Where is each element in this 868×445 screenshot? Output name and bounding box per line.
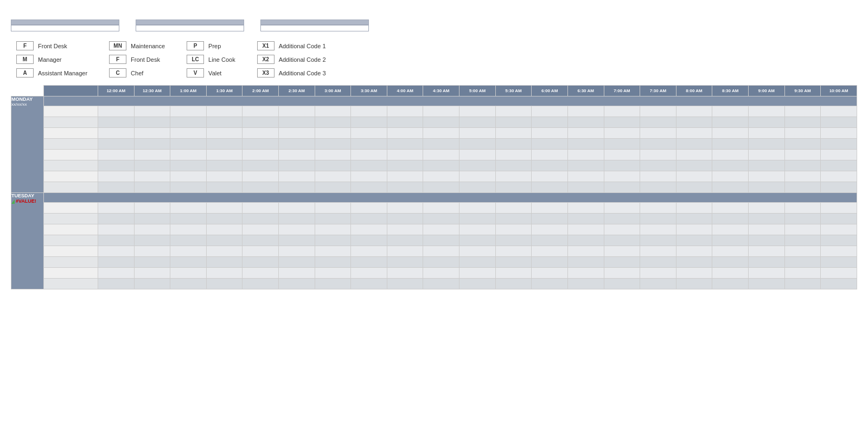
schedule-cell[interactable] [676, 203, 712, 214]
schedule-cell[interactable] [712, 203, 749, 214]
schedule-cell[interactable] [459, 117, 496, 128]
schedule-cell[interactable] [206, 203, 242, 214]
schedule-cell[interactable] [242, 246, 279, 257]
schedule-cell[interactable] [98, 160, 135, 171]
schedule-cell[interactable] [387, 150, 423, 160]
schedule-cell[interactable] [495, 182, 532, 193]
schedule-cell[interactable] [387, 128, 423, 139]
schedule-cell[interactable] [640, 128, 676, 139]
schedule-cell[interactable] [387, 106, 423, 117]
schedule-cell[interactable] [748, 160, 784, 171]
schedule-cell[interactable] [242, 150, 279, 160]
schedule-cell[interactable] [206, 128, 242, 139]
employee-name-cell[interactable] [44, 160, 98, 171]
schedule-cell[interactable] [351, 268, 387, 279]
schedule-cell[interactable] [532, 128, 568, 139]
schedule-cell[interactable] [748, 171, 784, 182]
schedule-cell[interactable] [821, 128, 857, 139]
schedule-cell[interactable] [748, 246, 784, 257]
schedule-cell[interactable] [784, 139, 821, 150]
schedule-cell[interactable] [640, 182, 676, 193]
schedule-cell[interactable] [532, 106, 568, 117]
schedule-cell[interactable] [784, 128, 821, 139]
schedule-cell[interactable] [459, 214, 496, 224]
schedule-cell[interactable] [279, 279, 315, 289]
schedule-cell[interactable] [387, 246, 423, 257]
schedule-cell[interactable] [748, 128, 784, 139]
schedule-cell[interactable] [315, 139, 351, 150]
schedule-cell[interactable] [712, 268, 749, 279]
schedule-cell[interactable] [532, 182, 568, 193]
schedule-cell[interactable] [423, 279, 459, 289]
schedule-cell[interactable] [676, 224, 712, 235]
schedule-cell[interactable] [387, 224, 423, 235]
schedule-cell[interactable] [242, 279, 279, 289]
schedule-cell[interactable] [242, 203, 279, 214]
schedule-cell[interactable] [134, 139, 170, 150]
employee-name-cell[interactable] [44, 268, 98, 279]
schedule-cell[interactable] [206, 160, 242, 171]
schedule-cell[interactable] [459, 235, 496, 246]
schedule-cell[interactable] [604, 279, 640, 289]
schedule-cell[interactable] [206, 224, 242, 235]
schedule-cell[interactable] [242, 117, 279, 128]
schedule-cell[interactable] [459, 268, 496, 279]
schedule-cell[interactable] [315, 160, 351, 171]
employee-name-cell[interactable] [44, 257, 98, 268]
schedule-cell[interactable] [821, 171, 857, 182]
schedule-cell[interactable] [567, 257, 604, 268]
schedule-cell[interactable] [279, 171, 315, 182]
schedule-cell[interactable] [351, 128, 387, 139]
schedule-cell[interactable] [784, 246, 821, 257]
schedule-cell[interactable] [640, 160, 676, 171]
schedule-cell[interactable] [206, 214, 242, 224]
schedule-cell[interactable] [98, 139, 135, 150]
schedule-cell[interactable] [640, 203, 676, 214]
schedule-cell[interactable] [567, 106, 604, 117]
schedule-cell[interactable] [784, 203, 821, 214]
schedule-cell[interactable] [748, 203, 784, 214]
schedule-cell[interactable] [784, 171, 821, 182]
schedule-cell[interactable] [532, 224, 568, 235]
schedule-cell[interactable] [351, 182, 387, 193]
schedule-cell[interactable] [351, 117, 387, 128]
schedule-cell[interactable] [784, 214, 821, 224]
schedule-cell[interactable] [351, 235, 387, 246]
schedule-cell[interactable] [495, 106, 532, 117]
schedule-cell[interactable] [712, 106, 749, 117]
schedule-cell[interactable] [351, 171, 387, 182]
schedule-cell[interactable] [423, 150, 459, 160]
schedule-cell[interactable] [206, 117, 242, 128]
schedule-cell[interactable] [351, 279, 387, 289]
schedule-cell[interactable] [676, 117, 712, 128]
schedule-cell[interactable] [387, 160, 423, 171]
schedule-cell[interactable] [170, 160, 207, 171]
schedule-cell[interactable] [387, 235, 423, 246]
schedule-cell[interactable] [170, 128, 207, 139]
schedule-cell[interactable] [459, 203, 496, 214]
schedule-cell[interactable] [640, 279, 676, 289]
schedule-cell[interactable] [98, 117, 135, 128]
schedule-cell[interactable] [604, 257, 640, 268]
schedule-cell[interactable] [387, 279, 423, 289]
schedule-cell[interactable] [712, 224, 749, 235]
schedule-cell[interactable] [784, 160, 821, 171]
schedule-cell[interactable] [279, 160, 315, 171]
schedule-cell[interactable] [170, 150, 207, 160]
schedule-cell[interactable] [784, 279, 821, 289]
schedule-cell[interactable] [459, 246, 496, 257]
schedule-cell[interactable] [134, 214, 170, 224]
schedule-cell[interactable] [279, 117, 315, 128]
week-start-date-value[interactable] [260, 25, 369, 31]
schedule-cell[interactable] [351, 106, 387, 117]
schedule-cell[interactable] [206, 257, 242, 268]
schedule-cell[interactable] [387, 139, 423, 150]
schedule-cell[interactable] [387, 257, 423, 268]
employee-name-cell[interactable] [44, 235, 98, 246]
schedule-cell[interactable] [604, 106, 640, 117]
schedule-cell[interactable] [676, 139, 712, 150]
schedule-cell[interactable] [712, 160, 749, 171]
schedule-cell[interactable] [748, 257, 784, 268]
schedule-cell[interactable] [206, 150, 242, 160]
schedule-cell[interactable] [712, 214, 749, 224]
